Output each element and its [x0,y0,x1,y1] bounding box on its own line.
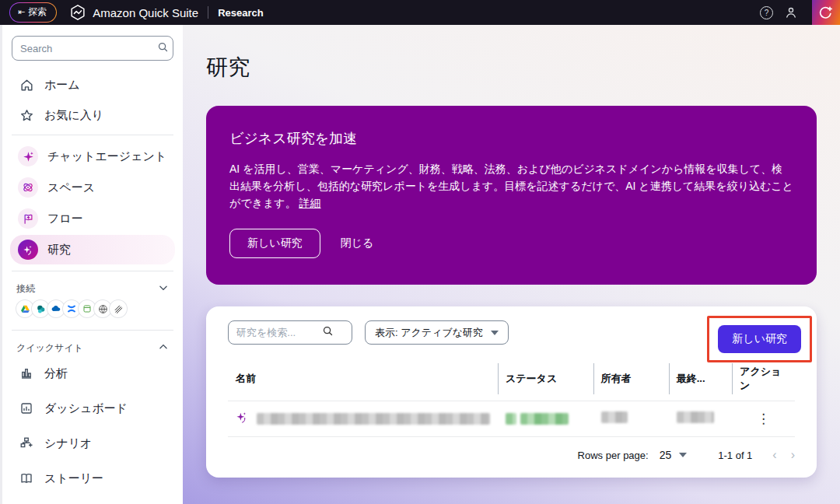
rows-per-page-select[interactable]: 25 [660,449,688,461]
page-title: 研究 [206,53,817,82]
table-row[interactable]: ⋮ [228,401,795,437]
context-label: Research [218,7,264,19]
user-icon[interactable] [784,5,798,19]
sharepoint-icon [32,300,49,317]
brand[interactable]: Amazon Quick Suite [69,4,198,21]
research-table: 名前 ステータス 所有者 最終... アクション [228,359,795,437]
app-window: ⇤ 探索 Amazon Quick Suite Research ? [0,0,840,504]
quick-suite-logo-icon [69,4,86,21]
connections-section-toggle[interactable]: 接続 [10,278,175,299]
star-icon [18,108,35,123]
sidebar-item-favorites[interactable]: お気に入り [10,102,175,128]
sidebar-divider [12,330,173,331]
redacted-name-text [257,413,490,425]
new-research-button[interactable]: 新しい研究 [718,325,801,353]
research-icon [18,240,38,260]
caret-down-icon [679,453,687,457]
topbar: ⇤ 探索 Amazon Quick Suite Research ? [0,0,840,25]
sidebar-item-chat-agents[interactable]: チャットエージェント [10,142,175,171]
table-header-row: 名前 ステータス 所有者 最終... アクション [228,359,795,401]
column-header-status[interactable]: ステータス [498,359,593,401]
banner-title: ビジネス研究を加速 [229,129,793,148]
explore-button[interactable]: ⇤ 探索 [9,2,57,23]
sidebar-item-stories[interactable]: ストーリー [10,463,175,494]
rows-per-page-label: Rows per page: [578,450,649,461]
web-icon [94,300,111,317]
sidebar-item-home[interactable]: ホーム [10,72,175,98]
confluence-icon [63,300,80,317]
sidebar-item-label: スペース [47,180,95,195]
sidebar-search[interactable] [12,36,173,61]
banner-details-link[interactable]: 詳細 [299,197,321,209]
redacted-status-text [520,413,569,425]
pagination: Rows per page: 25 1-1 of 1 ‹ › [228,448,795,462]
dashboards-icon [18,401,35,415]
redacted-last-modified-text [677,411,714,423]
annotation-highlight: 新しい研究 [707,316,812,362]
brand-name: Amazon Quick Suite [93,6,198,19]
sidebar-item-label: シナリオ [44,436,92,451]
rows-per-page-value: 25 [660,449,672,461]
connections-icons[interactable] [10,299,175,324]
column-header-last-modified[interactable]: 最終... [669,359,732,401]
previous-page-button[interactable]: ‹ [772,448,776,462]
research-list-panel: 表示: アクティブな研究 新しい研究 名前 ステータス 所有者 最終... アク… [206,306,817,478]
attachment-icon [110,300,127,317]
quicksight-label: クイックサイト [16,341,83,355]
sidebar-item-spaces[interactable]: スペース [10,173,175,202]
next-page-button[interactable]: › [791,448,795,462]
quick-assistant-icon[interactable] [812,0,840,25]
chevron-down-icon [158,282,169,296]
connections-label: 接続 [16,282,35,296]
search-icon [157,41,169,56]
promo-banner: ビジネス研究を加速 AI を活用し、営業、マーケティング、財務、戦略、法務、およ… [206,106,817,285]
analyses-icon [18,366,35,380]
banner-body: AI を活用し、営業、マーケティング、財務、戦略、法務、および他のビジネスドメイ… [229,160,793,212]
view-filter-value: 表示: アクティブな研究 [375,326,483,340]
banner-close-button[interactable]: 閉じる [341,236,374,250]
kebab-menu-icon[interactable]: ⋮ [740,414,787,425]
chevron-up-icon [158,341,169,355]
research-search[interactable] [228,320,352,345]
sidebar-item-topics[interactable]: トピック [10,498,175,504]
sidebar-item-label: ダッシュボード [44,401,128,416]
sidebar-item-label: 研究 [47,243,71,257]
column-header-owner[interactable]: 所有者 [593,359,669,401]
banner-actions: 新しい研究 閉じる [229,229,793,258]
sidebar-divider [12,135,173,135]
sidebar-item-label: 分析 [44,366,68,381]
onedrive-icon [47,300,65,317]
sidebar-search-input[interactable] [20,43,157,54]
help-icon[interactable]: ? [760,6,773,19]
sidebar-item-scenarios[interactable]: シナリオ [10,428,175,459]
sidebar-divider [12,271,173,271]
topbar-right: ? [760,0,840,25]
sidebar-item-dashboards[interactable]: ダッシュボード [10,393,175,424]
stories-icon [18,471,35,485]
research-search-input[interactable] [236,327,322,338]
column-header-name[interactable]: 名前 [228,359,498,401]
home-icon [18,78,35,93]
research-item-icon [236,411,249,427]
sidebar-item-label: お気に入り [44,108,103,123]
flows-icon [18,208,38,229]
column-header-actions[interactable]: アクション [732,359,795,401]
sidebar-item-label: チャットエージェント [47,149,166,164]
quicksight-section-toggle[interactable]: クイックサイト [10,337,175,358]
spaces-icon [18,177,38,198]
banner-new-research-button[interactable]: 新しい研究 [229,229,320,258]
main-content: 研究 ビジネス研究を加速 AI を活用し、営業、マーケティング、財務、戦略、法務… [183,25,840,504]
sidebar-item-analyses[interactable]: 分析 [10,358,175,389]
sidebar-item-flows[interactable]: フロー [10,204,175,233]
caret-down-icon [491,331,499,335]
scenarios-icon [18,436,35,450]
sidebar-item-research[interactable]: 研究 [10,235,175,264]
pagination-controls: ‹ › [772,448,795,462]
explore-label: 探索 [28,5,47,19]
redacted-owner-text [601,411,628,423]
view-filter-select[interactable]: 表示: アクティブな研究 [365,320,509,345]
google-drive-icon [16,300,33,317]
page-range-label: 1-1 of 1 [718,450,752,461]
sidebar-item-label: フロー [47,212,83,226]
search-icon [322,325,334,340]
